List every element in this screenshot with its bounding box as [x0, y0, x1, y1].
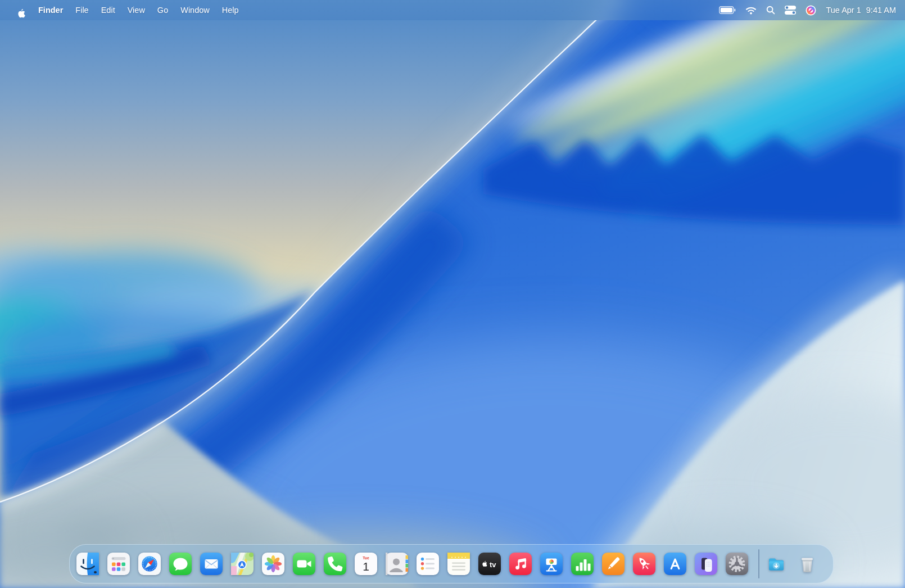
menu-edit[interactable]: Edit [95, 0, 121, 20]
spotlight-search[interactable] [766, 6, 775, 15]
games-icon [633, 553, 655, 575]
dock-item-trash[interactable] [796, 553, 818, 575]
wifi-icon [745, 6, 757, 15]
siri-icon [806, 5, 816, 16]
trash-icon [796, 553, 818, 575]
calendar-day-label: 1 [363, 560, 369, 573]
iphone-mirroring-icon [695, 553, 717, 575]
dock-item-contacts[interactable] [386, 553, 408, 575]
facetime-icon [293, 553, 315, 575]
pages-icon [602, 553, 625, 575]
control-center[interactable] [785, 6, 796, 15]
notes-icon [447, 553, 470, 575]
clock-date: Tue Apr 1 [826, 6, 861, 15]
dock-item-music[interactable] [509, 553, 532, 575]
app-store-icon [664, 553, 686, 575]
dock-item-finder[interactable] [76, 553, 99, 575]
dock-item-tv[interactable]: tv [478, 553, 501, 575]
menu-help[interactable]: Help [216, 0, 245, 20]
mail-icon [200, 553, 223, 575]
calendar-icon: Tue 1 [355, 553, 377, 575]
tv-label: tv [490, 560, 496, 569]
dock-item-calendar[interactable]: Tue 1 [355, 553, 377, 575]
contacts-icon [386, 553, 408, 575]
apple-menu[interactable] [11, 3, 32, 18]
messages-icon [169, 553, 192, 575]
dock-item-app-store[interactable] [664, 553, 686, 575]
reminders-icon [417, 553, 439, 575]
control-center-icon [785, 6, 796, 15]
maps-icon [231, 553, 254, 575]
dock-item-notes[interactable] [447, 553, 470, 575]
dock-item-apps[interactable] [107, 553, 130, 575]
apple-tv-icon: tv [478, 553, 501, 575]
dock-item-keynote[interactable] [540, 553, 563, 575]
wifi-indicator[interactable] [745, 6, 757, 15]
phone-icon [324, 553, 346, 575]
keynote-icon [540, 553, 563, 575]
dock: Tue 1 [69, 544, 834, 584]
menu-app-name[interactable]: Finder [32, 0, 69, 20]
battery-icon [719, 6, 736, 14]
music-icon [509, 553, 532, 575]
menu-file[interactable]: File [69, 0, 94, 20]
dock-item-iphone-mirroring[interactable] [695, 553, 717, 575]
menu-window[interactable]: Window [174, 0, 216, 20]
dock-item-phone[interactable] [324, 553, 346, 575]
apps-launchpad-icon [107, 553, 130, 575]
dock-item-messages[interactable] [169, 553, 192, 575]
safari-icon [138, 553, 161, 575]
calendar-weekday-label: Tue [363, 556, 369, 560]
dock-item-mail[interactable] [200, 553, 223, 575]
dock-item-maps[interactable] [231, 553, 254, 575]
menu-bar-clock[interactable]: Tue Apr 1 9:41 AM [826, 6, 896, 15]
system-settings-icon [726, 553, 748, 575]
photos-icon [262, 553, 284, 575]
siri[interactable] [806, 5, 816, 16]
clock-time: 9:41 AM [866, 6, 896, 15]
search-icon [766, 6, 775, 15]
menu-bar: Finder File Edit View Go Window Help [0, 0, 905, 20]
battery-indicator[interactable] [719, 6, 736, 14]
menu-bar-left: Finder File Edit View Go Window Help [0, 0, 245, 20]
dock-separator[interactable] [758, 549, 759, 578]
menu-view[interactable]: View [121, 0, 151, 20]
dock-item-system-settings[interactable] [726, 553, 748, 575]
menu-go[interactable]: Go [151, 0, 174, 20]
apple-icon [17, 8, 26, 18]
downloads-folder-icon [765, 553, 788, 575]
dock-item-pages[interactable] [602, 553, 625, 575]
dock-item-safari[interactable] [138, 553, 161, 575]
dock-item-facetime[interactable] [293, 553, 315, 575]
dock-item-reminders[interactable] [417, 553, 439, 575]
numbers-icon [571, 553, 594, 575]
menu-bar-status: Tue Apr 1 9:41 AM [719, 5, 905, 16]
dock-item-downloads[interactable] [765, 553, 788, 575]
desktop-wallpaper[interactable] [0, 0, 905, 588]
dock-item-numbers[interactable] [571, 553, 594, 575]
dock-item-games[interactable] [633, 553, 655, 575]
running-indicator-dot [94, 571, 97, 574]
dock-item-photos[interactable] [262, 553, 284, 575]
